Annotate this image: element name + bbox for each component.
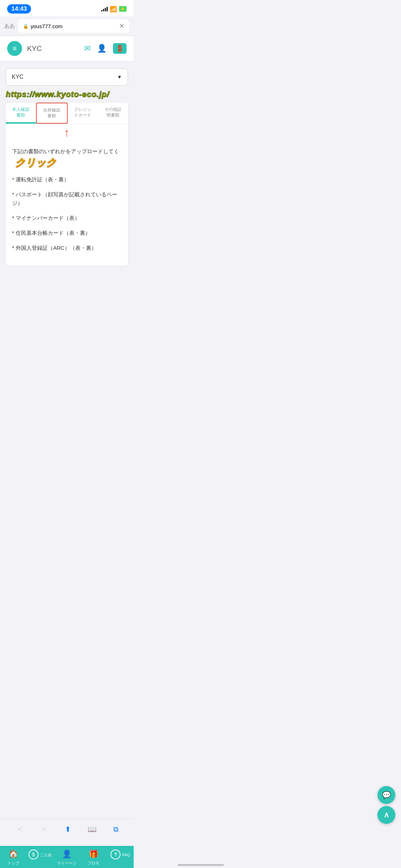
kyc-card: 本人確認 書類 住所確認 書類 クレジッ トカード その他証 明書類 ↑ 下記の… bbox=[6, 103, 128, 266]
promo-banner: https://www.kyoto-eco.jp/ bbox=[6, 90, 128, 99]
tabs: 本人確認 書類 住所確認 書類 クレジッ トカード その他証 明書類 bbox=[6, 103, 128, 124]
tab-other-docs[interactable]: その他証 明書類 bbox=[98, 103, 128, 124]
tab-address[interactable]: 住所確認 書類 bbox=[36, 103, 68, 124]
nav-title: KYC bbox=[27, 45, 79, 53]
intro-text-block: 下記の書類のいずれかをアップロードしてくクリック bbox=[12, 147, 122, 170]
promo-text: https://www.kyoto-eco.jp/ bbox=[6, 90, 109, 99]
close-icon[interactable]: ✕ bbox=[119, 22, 124, 30]
nav-icons: ✉ 👤 🚪 bbox=[84, 43, 127, 54]
url-text: yous777.com bbox=[31, 23, 62, 29]
doc-item-3: * マイナンバーカード（表） bbox=[12, 214, 122, 222]
user-icon[interactable]: 👤 bbox=[97, 44, 107, 53]
kyc-dropdown-label: KYC bbox=[12, 74, 24, 80]
arrow-annotation: ↑ bbox=[6, 124, 128, 140]
card-content: 下記の書類のいずれかをアップロードしてくクリック * 運転免許証（表・裏） * … bbox=[6, 140, 128, 266]
doc-item-2: * パスポート（顔写真が記載されているページ） bbox=[12, 190, 122, 207]
status-time: 14:43 bbox=[7, 4, 31, 14]
url-bar[interactable]: 🔒 yous777.com ✕ bbox=[18, 19, 129, 33]
logout-icon[interactable]: 🚪 bbox=[113, 43, 127, 54]
browser-bar: ああ 🔒 yous777.com ✕ bbox=[0, 16, 134, 36]
email-icon[interactable]: ✉ bbox=[84, 44, 91, 53]
signal-icon bbox=[101, 6, 108, 11]
intro-row: 下記の書類のいずれかをアップロードしてくクリック bbox=[12, 147, 122, 170]
up-arrow-icon: ↑ bbox=[64, 126, 70, 139]
status-icons: 📶 ⚡ bbox=[101, 6, 127, 12]
click-annotation: クリック bbox=[15, 157, 56, 168]
lock-icon: 🔒 bbox=[23, 24, 29, 29]
doc-item-5: * 外国人登録証（ARC）（表・裏） bbox=[12, 244, 122, 252]
battery-icon: ⚡ bbox=[119, 6, 127, 12]
main-content: KYC ▼ https://www.kyoto-eco.jp/ 本人確認 書類 … bbox=[0, 61, 134, 273]
intro-text: 下記の書類のいずれかをアップロードしてく bbox=[12, 148, 119, 154]
nav-header: ≡ KYC ✉ 👤 🚪 bbox=[0, 36, 134, 61]
tab-identity[interactable]: 本人確認 書類 bbox=[6, 103, 36, 124]
status-bar: 14:43 📶 ⚡ bbox=[0, 0, 134, 16]
wifi-icon: 📶 bbox=[110, 6, 117, 12]
dropdown-arrow-icon: ▼ bbox=[117, 74, 122, 80]
menu-button[interactable]: ≡ bbox=[7, 41, 22, 56]
tab-credit-card[interactable]: クレジッ トカード bbox=[68, 103, 98, 124]
browser-tab-label: ああ bbox=[4, 23, 15, 30]
kyc-dropdown[interactable]: KYC ▼ bbox=[6, 68, 128, 86]
hamburger-icon: ≡ bbox=[12, 45, 17, 53]
doc-item-4: * 住民基本台帳カード（表・裏） bbox=[12, 229, 122, 237]
doc-item-1: * 運転免許証（表・裏） bbox=[12, 175, 122, 184]
